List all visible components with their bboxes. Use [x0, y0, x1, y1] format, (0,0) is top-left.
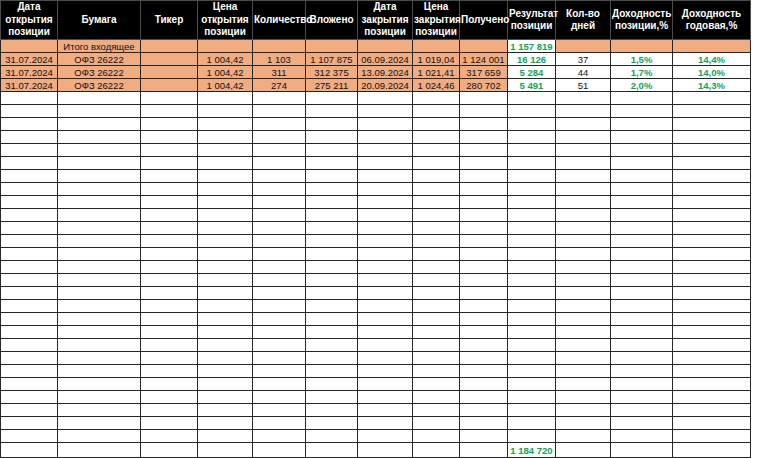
cell-quantity[interactable] [253, 261, 306, 274]
cell-close-date[interactable] [358, 222, 413, 235]
cell-received[interactable] [460, 274, 508, 287]
cell-quantity[interactable] [253, 365, 306, 378]
cell-security[interactable] [58, 417, 141, 430]
cell-quantity[interactable] [253, 92, 306, 105]
cell-received[interactable] [460, 404, 508, 417]
cell-open-price[interactable] [198, 326, 253, 339]
cell-days[interactable] [556, 391, 611, 404]
cell-yield-position[interactable] [611, 417, 673, 430]
cell-close-price[interactable] [413, 300, 460, 313]
cell-days[interactable] [556, 118, 611, 131]
cell-yield-position[interactable] [611, 118, 673, 131]
cell-close-price[interactable] [413, 144, 460, 157]
cell-yield-position[interactable] [611, 261, 673, 274]
cell-quantity[interactable] [253, 313, 306, 326]
cell-result[interactable] [508, 352, 556, 365]
header-open-date[interactable]: Дата открытия позиции [1, 1, 58, 40]
cell-close-price[interactable] [413, 209, 460, 222]
cell-yield-annual[interactable] [673, 365, 751, 378]
cell-days[interactable]: 44 [556, 66, 611, 79]
cell-open-price[interactable] [198, 92, 253, 105]
cell-quantity[interactable] [253, 430, 306, 443]
cell-close-date[interactable] [358, 170, 413, 183]
cell-received[interactable] [460, 170, 508, 183]
cell-open-price[interactable] [198, 235, 253, 248]
cell-days[interactable] [556, 222, 611, 235]
cell-invested[interactable] [306, 313, 358, 326]
cell-invested[interactable] [306, 430, 358, 443]
cell-yield-position[interactable]: 1,7% [611, 66, 673, 79]
cell-days[interactable] [556, 196, 611, 209]
cell-open-price[interactable] [198, 417, 253, 430]
cell-ticker[interactable] [141, 144, 198, 157]
cell-close-price[interactable] [413, 131, 460, 144]
cell-yield-position[interactable] [611, 131, 673, 144]
cell-close-date[interactable] [358, 144, 413, 157]
cell-open-date[interactable] [1, 404, 58, 417]
cell-open-date[interactable] [1, 339, 58, 352]
cell-yield-annual[interactable] [673, 378, 751, 391]
cell-invested[interactable] [306, 131, 358, 144]
cell-days[interactable] [556, 131, 611, 144]
cell-days[interactable] [556, 365, 611, 378]
cell-security[interactable] [58, 209, 141, 222]
cell-close-date[interactable] [358, 287, 413, 300]
cell-ticker[interactable] [141, 183, 198, 196]
cell-received[interactable] [460, 261, 508, 274]
cell-yield-annual[interactable] [673, 261, 751, 274]
cell-ticker[interactable] [141, 53, 198, 66]
cell-security[interactable] [58, 313, 141, 326]
cell-ticker[interactable] [141, 66, 198, 79]
cell-yield-position[interactable] [611, 235, 673, 248]
cell-result[interactable] [508, 105, 556, 118]
cell-yield-position[interactable] [611, 287, 673, 300]
cell-close-date[interactable] [358, 131, 413, 144]
cell-open-price[interactable]: 1 004,42 [198, 53, 253, 66]
cell-security[interactable] [58, 157, 141, 170]
cell-invested[interactable] [306, 417, 358, 430]
cell-quantity[interactable] [253, 287, 306, 300]
cell-open-price[interactable] [198, 313, 253, 326]
cell-close-price[interactable] [413, 313, 460, 326]
header-open-price[interactable]: Цена открытия позиции [198, 1, 253, 40]
cell-days[interactable] [556, 378, 611, 391]
cell-ticker[interactable] [141, 443, 198, 458]
cell-result[interactable] [508, 430, 556, 443]
cell-received[interactable] [460, 118, 508, 131]
cell-invested[interactable] [306, 92, 358, 105]
cell-invested[interactable] [306, 300, 358, 313]
cell-days[interactable] [556, 430, 611, 443]
cell-quantity[interactable] [253, 118, 306, 131]
cell-close-price[interactable] [413, 170, 460, 183]
cell-invested[interactable] [306, 222, 358, 235]
cell-open-date[interactable] [1, 222, 58, 235]
cell-invested[interactable] [306, 118, 358, 131]
cell-result[interactable]: 1 157 819 [508, 40, 556, 53]
cell-open-price[interactable] [198, 274, 253, 287]
cell-open-price[interactable] [198, 287, 253, 300]
cell-close-price[interactable] [413, 287, 460, 300]
cell-quantity[interactable] [253, 391, 306, 404]
cell-close-date[interactable]: 20.09.2024 [358, 79, 413, 92]
cell-invested[interactable] [306, 196, 358, 209]
cell-close-price[interactable] [413, 430, 460, 443]
cell-received[interactable]: 280 702 [460, 79, 508, 92]
cell-invested[interactable] [306, 287, 358, 300]
cell-security[interactable] [58, 144, 141, 157]
cell-days[interactable]: 51 [556, 79, 611, 92]
cell-yield-position[interactable] [611, 404, 673, 417]
cell-close-date[interactable] [358, 248, 413, 261]
cell-days[interactable] [556, 300, 611, 313]
cell-received[interactable] [460, 365, 508, 378]
cell-close-price[interactable] [413, 378, 460, 391]
cell-ticker[interactable] [141, 261, 198, 274]
cell-received[interactable] [460, 144, 508, 157]
cell-close-price[interactable] [413, 352, 460, 365]
cell-yield-annual[interactable]: 14,3% [673, 79, 751, 92]
cell-close-date[interactable] [358, 183, 413, 196]
cell-security[interactable] [58, 326, 141, 339]
cell-close-date[interactable] [358, 404, 413, 417]
cell-open-price[interactable] [198, 40, 253, 53]
cell-close-price[interactable]: 1 021,41 [413, 66, 460, 79]
cell-received[interactable] [460, 352, 508, 365]
